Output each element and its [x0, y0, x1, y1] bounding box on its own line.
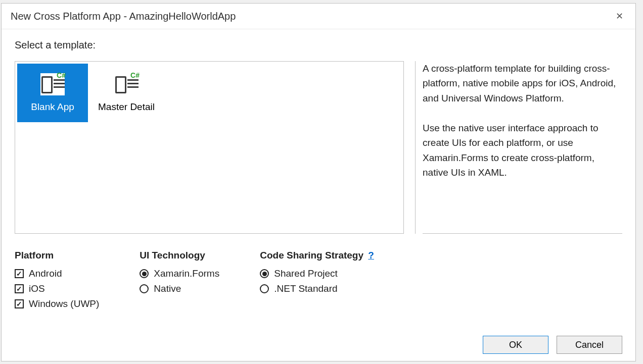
- ui-tech-native-radio[interactable]: Native: [140, 283, 219, 294]
- radio-label: Xamarin.Forms: [154, 268, 219, 279]
- radio-icon: [140, 284, 149, 293]
- ui-tech-xamarin-forms-radio[interactable]: Xamarin.Forms: [140, 268, 219, 279]
- ok-button[interactable]: OK: [483, 336, 548, 354]
- ui-technology-heading: UI Technology: [140, 250, 219, 261]
- sharing-shared-project-radio[interactable]: Shared Project: [260, 268, 374, 279]
- dialog-title: New Cross Platform App - AmazingHelloWor…: [11, 11, 610, 22]
- new-project-dialog: New Cross Platform App - AmazingHelloWor…: [1, 3, 636, 361]
- template-description-panel: A cross-platform template for building c…: [415, 61, 622, 234]
- checkbox-label: Windows (UWP): [29, 298, 99, 309]
- checkbox-icon: [15, 269, 24, 278]
- code-sharing-heading-text: Code Sharing Strategy: [260, 250, 363, 261]
- template-master-detail[interactable]: C# Master Detail: [91, 64, 162, 122]
- radio-icon: [260, 284, 269, 293]
- platform-ios-checkbox[interactable]: iOS: [15, 283, 99, 294]
- radio-icon: [260, 269, 269, 278]
- ui-technology-column: UI Technology Xamarin.Forms Native: [140, 250, 219, 309]
- platform-android-checkbox[interactable]: Android: [15, 268, 99, 279]
- radio-label: Shared Project: [274, 268, 338, 279]
- template-app-icon: C#: [40, 73, 65, 95]
- template-label: Master Detail: [98, 101, 155, 113]
- options-row: Platform Android iOS Windows (UWP) UI Te…: [15, 250, 622, 309]
- titlebar: New Cross Platform App - AmazingHelloWor…: [2, 4, 635, 29]
- platform-windows-checkbox[interactable]: Windows (UWP): [15, 298, 99, 309]
- template-label: Blank App: [31, 101, 74, 113]
- checkbox-icon: [15, 284, 24, 293]
- template-app-icon: C#: [114, 73, 139, 95]
- cancel-button[interactable]: Cancel: [557, 336, 622, 354]
- checkbox-label: iOS: [29, 283, 45, 294]
- template-and-description-row: C# Blank App C#: [15, 61, 622, 234]
- close-button[interactable]: ✕: [610, 7, 628, 25]
- sharing-net-standard-radio[interactable]: .NET Standard: [260, 283, 374, 294]
- code-sharing-help-link[interactable]: ?: [368, 250, 374, 261]
- description-paragraph-1: A cross-platform template for building c…: [423, 61, 622, 106]
- template-blank-app[interactable]: C# Blank App: [17, 64, 88, 122]
- platform-heading: Platform: [15, 250, 99, 261]
- radio-label: .NET Standard: [274, 283, 337, 294]
- close-icon: ✕: [616, 11, 623, 22]
- dialog-footer: OK Cancel: [15, 328, 622, 354]
- dialog-content: Select a template: C# Blank App: [2, 29, 635, 361]
- description-divider: [423, 233, 622, 234]
- description-paragraph-2: Use the native user interface approach t…: [423, 121, 622, 180]
- background-partial-text: [635, 0, 643, 364]
- code-sharing-heading: Code Sharing Strategy ?: [260, 250, 374, 261]
- code-sharing-column: Code Sharing Strategy ? Shared Project .…: [260, 250, 374, 309]
- radio-label: Native: [154, 283, 181, 294]
- platform-column: Platform Android iOS Windows (UWP): [15, 250, 99, 309]
- select-template-label: Select a template:: [15, 39, 622, 51]
- radio-icon: [140, 269, 149, 278]
- checkbox-label: Android: [29, 268, 62, 279]
- checkbox-icon: [15, 299, 24, 308]
- template-list[interactable]: C# Blank App C#: [15, 61, 404, 234]
